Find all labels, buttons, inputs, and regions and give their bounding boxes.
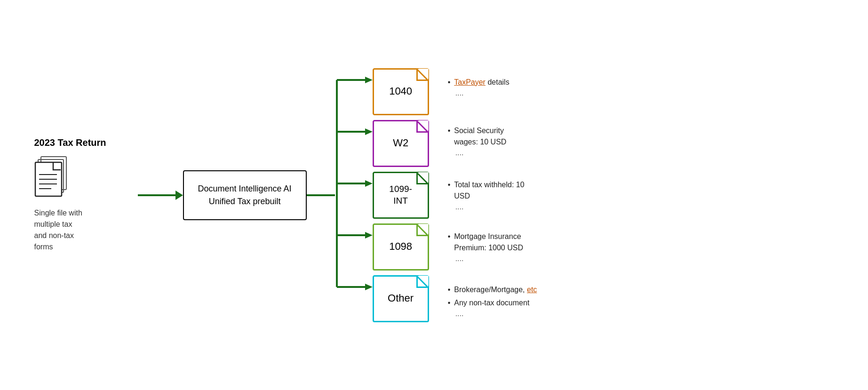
form-card-1099-int: 1099-INT [373, 172, 429, 219]
form-card-1040: 1040 [373, 68, 429, 115]
info-section: • TaxPayer details .... • Social Securit… [448, 61, 537, 329]
info-dots-1040: .... [448, 89, 537, 97]
svg-line-19 [417, 70, 428, 80]
svg-marker-13 [365, 77, 373, 83]
svg-line-23 [417, 173, 428, 183]
svg-line-21 [417, 121, 428, 132]
info-item-brokerage: • Brokerage/Mortgage, etc [448, 284, 537, 295]
info-item-taxpayer: • TaxPayer details [448, 77, 537, 88]
center-box: Document Intelligence AI Unified Tax pre… [183, 170, 307, 220]
svg-marker-16 [365, 232, 373, 239]
left-section: 2023 Tax Return Single file with multipl… [34, 137, 128, 253]
form-card-w2: W2 [373, 120, 429, 167]
svg-marker-15 [365, 180, 373, 187]
info-group-w2: • Social Securitywages: 10 USD .... [448, 113, 537, 169]
svg-line-27 [417, 277, 428, 287]
arrow-to-center [138, 191, 183, 200]
info-item-non-tax: • Any non-tax document [448, 297, 537, 309]
info-group-1098: • Mortgage InsurancePremium: 1000 USD ..… [448, 221, 537, 273]
etc-link: etc [527, 286, 537, 294]
branch-section: 1040 W2 1099-INT 1098 [335, 68, 429, 322]
info-group-1040: • TaxPayer details .... [448, 61, 537, 113]
arrow-to-branches [307, 194, 335, 196]
info-dots-other: .... [448, 310, 537, 318]
form-label-1098: 1098 [389, 240, 412, 254]
info-dots-1099: .... [448, 203, 537, 211]
info-item-social-security: • Social Securitywages: 10 USD [448, 125, 537, 148]
document-stack-icon [34, 153, 72, 200]
svg-marker-17 [365, 284, 373, 290]
info-dots-1098: .... [448, 255, 537, 263]
form-label-1040: 1040 [389, 85, 412, 98]
trunk-svg [335, 54, 373, 336]
doc-title: 2023 Tax Return [34, 137, 106, 148]
main-diagram: 2023 Tax Return Single file with multipl… [34, 61, 834, 329]
info-dots-w2: .... [448, 149, 537, 157]
form-label-w2: W2 [393, 136, 408, 150]
form-card-1098: 1098 [373, 223, 429, 271]
form-label-other: Other [388, 292, 414, 305]
form-label-1099: 1099-INT [389, 183, 412, 207]
svg-line-25 [417, 225, 428, 235]
info-item-mortgage: • Mortgage InsurancePremium: 1000 USD [448, 231, 537, 254]
form-card-other: Other [373, 275, 429, 322]
form-cards-column: 1040 W2 1099-INT 1098 [373, 68, 429, 322]
info-group-1099: • Total tax withheld: 10USD .... [448, 169, 537, 221]
svg-marker-14 [365, 128, 373, 135]
info-group-other: • Brokerage/Mortgage, etc • Any non-tax … [448, 273, 537, 329]
doc-label: Single file with multiple tax and non-ta… [34, 207, 82, 253]
taxpayer-link: TaxPayer [454, 78, 486, 86]
info-item-tax-withheld: • Total tax withheld: 10USD [448, 179, 537, 202]
